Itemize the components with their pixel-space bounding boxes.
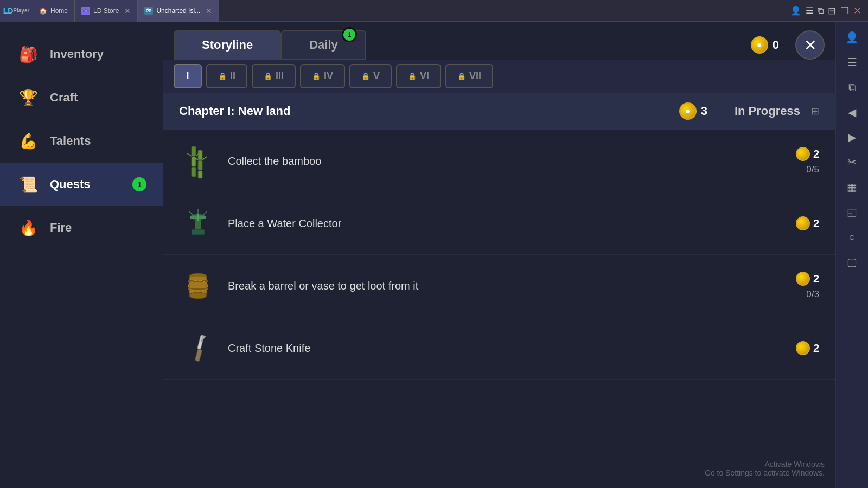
taskbar-controls: 👤 ☰ ⧉ ⊟ ❐ ✕ <box>790 5 861 17</box>
sidebar-item-craft[interactable]: 🏆 Craft <box>0 76 163 119</box>
daily-label: Daily <box>309 38 338 52</box>
close-window-btn[interactable]: ✕ <box>853 5 861 17</box>
sidebar-item-fire[interactable]: 🔥 Fire <box>0 206 163 249</box>
craft-icon: 🏆 <box>16 86 40 110</box>
lock-icon-3: 🔒 <box>264 72 272 80</box>
quest-barrel-reward: 2 0/3 <box>796 272 819 300</box>
quest-list: Collect the bamboo 2 0/5 <box>163 130 835 488</box>
sidebar-craft-label: Craft <box>50 91 78 105</box>
right-panel: 👤 ☰ ⧉ ◀ ▶ ✂ ▦ ◱ ○ ▢ <box>835 22 868 488</box>
chapter-coins-value: 3 <box>701 104 707 118</box>
sidebar-inventory-label: Inventory <box>50 47 104 61</box>
quest-barrel-coins-value: 2 <box>813 273 819 285</box>
stone-knife-icon <box>179 329 217 367</box>
bamboo-icon <box>179 142 217 180</box>
right-btn-menu[interactable]: ☰ <box>840 52 864 73</box>
quest-barrel-text: Break a barrel or vase to get loot from … <box>228 280 785 292</box>
sidebar-item-quests[interactable]: 📜 Quests 1 <box>0 163 163 206</box>
tab-ld-store[interactable]: 🎮 LD Store ✕ <box>75 0 138 22</box>
right-btn-grid[interactable]: ▦ <box>840 177 864 197</box>
right-btn-back[interactable]: ◀ <box>840 102 864 123</box>
coins-display: ● 0 <box>751 36 779 54</box>
tab-storyline[interactable]: Storyline <box>174 30 281 60</box>
chapter-tab-2-label: II <box>230 70 235 82</box>
right-btn-square[interactable]: ▢ <box>840 252 864 272</box>
chapter-tab-3[interactable]: 🔒 III <box>252 64 296 88</box>
tab-uncharted-close[interactable]: ✕ <box>206 7 212 15</box>
chapter-tab-5-label: V <box>373 70 380 82</box>
ld-store-icon: 🎮 <box>81 7 90 15</box>
right-btn-scissors[interactable]: ✂ <box>840 152 864 172</box>
tab-ld-store-close[interactable]: ✕ <box>124 7 131 15</box>
quest-item-water: Place a Water Collector 2 <box>163 192 835 255</box>
sidebar-item-talents[interactable]: 💪 Talents <box>0 119 163 163</box>
svg-rect-14 <box>192 229 205 235</box>
quest-water-coins-value: 2 <box>813 217 819 230</box>
chapter-tab-5[interactable]: 🔒 V <box>349 64 392 88</box>
minimize-btn[interactable]: ⊟ <box>828 5 836 17</box>
chapter-header: Chapter I: New land ● 3 In Progress ⊞ <box>163 93 835 130</box>
chapter-coins: ● 3 <box>679 102 707 120</box>
quest-item-bamboo: Collect the bamboo 2 0/5 <box>163 130 835 192</box>
svg-rect-4 <box>198 160 202 170</box>
quest-barrel-coin-icon <box>796 272 810 286</box>
quest-barrel-coins: 2 <box>796 272 819 286</box>
chapter-tab-3-label: III <box>276 70 284 82</box>
svg-line-9 <box>202 157 207 160</box>
home-icon: 🏠 <box>39 7 47 15</box>
water-collector-icon <box>179 204 217 242</box>
sidebar-fire-label: Fire <box>50 221 72 235</box>
chapter-tab-2[interactable]: 🔒 II <box>206 64 247 88</box>
svg-line-6 <box>187 153 192 156</box>
top-tabs: Storyline Daily 1 ● 0 ✕ <box>163 22 835 60</box>
main-content: Storyline Daily 1 ● 0 ✕ I 🔒 II 🔒 III 🔒 I… <box>163 22 835 488</box>
chapter-tab-6-label: VI <box>420 70 429 82</box>
quests-badge: 1 <box>132 177 146 191</box>
sidebar: 🎒 Inventory 🏆 Craft 💪 Talents 📜 Quests 1… <box>0 22 163 488</box>
quest-item-knife: Craft Stone Knife 2 <box>163 317 835 380</box>
taskbar-right: 👤 ☰ ⧉ ⊟ ❐ ✕ <box>790 5 868 17</box>
fire-icon: 🔥 <box>16 216 40 240</box>
quest-bamboo-progress: 0/5 <box>806 164 819 175</box>
close-panel-btn[interactable]: ✕ <box>795 30 825 60</box>
svg-rect-2 <box>192 167 196 177</box>
right-btn-window[interactable]: ⧉ <box>840 77 864 98</box>
quest-knife-reward: 2 <box>796 341 819 355</box>
app-logo: LDPlayer <box>0 0 33 22</box>
sidebar-item-inventory[interactable]: 🎒 Inventory <box>0 33 163 76</box>
svg-line-17 <box>203 211 207 215</box>
chapter-title: Chapter I: New land <box>179 104 290 118</box>
chapter-tab-7[interactable]: 🔒 VII <box>445 64 493 88</box>
window-icon[interactable]: ⧉ <box>818 6 824 16</box>
quest-water-coin-icon <box>796 216 810 230</box>
lock-icon-7: 🔒 <box>457 72 466 80</box>
svg-rect-5 <box>198 171 202 178</box>
barrel-icon <box>179 267 217 305</box>
right-btn-circle[interactable]: ○ <box>840 227 864 247</box>
person-icon[interactable]: 👤 <box>790 5 801 16</box>
chapter-status: In Progress <box>735 104 800 118</box>
maximize-btn[interactable]: ❐ <box>840 5 849 17</box>
svg-rect-0 <box>192 146 196 156</box>
menu-icon[interactable]: ☰ <box>806 5 813 16</box>
quest-knife-coins-value: 2 <box>813 342 819 355</box>
chapter-tab-6[interactable]: 🔒 VI <box>396 64 441 88</box>
chapter-tab-1[interactable]: I <box>174 64 202 88</box>
storyline-label: Storyline <box>202 38 253 52</box>
quest-bamboo-coins-value: 2 <box>813 148 819 160</box>
quest-bamboo-coin-icon <box>796 147 810 161</box>
right-btn-crop[interactable]: ◱ <box>840 202 864 222</box>
tab-uncharted[interactable]: 🗺 Uncharted Isl... ✕ <box>138 0 219 22</box>
tab-home[interactable]: 🏠 Home <box>33 0 75 22</box>
quest-knife-coins: 2 <box>796 341 819 355</box>
chapter-expand-btn[interactable]: ⊞ <box>811 105 819 117</box>
tab-uncharted-label: Uncharted Isl... <box>156 7 200 15</box>
quest-knife-coin-icon <box>796 341 810 355</box>
right-btn-person[interactable]: 👤 <box>840 27 864 48</box>
quests-icon: 📜 <box>16 172 40 196</box>
chapter-coin-icon: ● <box>679 102 697 120</box>
chapter-tab-4[interactable]: 🔒 IV <box>300 64 345 88</box>
sidebar-quests-label: Quests <box>50 177 91 191</box>
lock-icon-2: 🔒 <box>218 72 227 80</box>
right-btn-forward[interactable]: ▶ <box>840 127 864 147</box>
